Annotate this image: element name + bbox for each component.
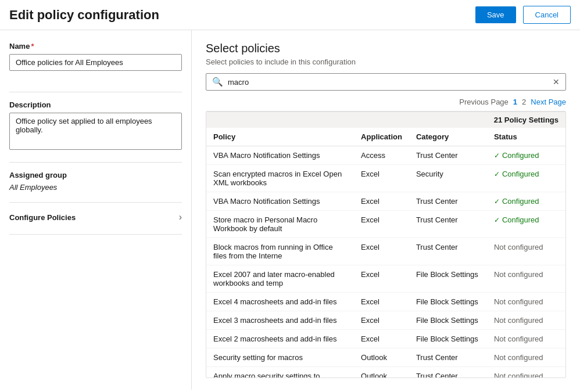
cell-application: Excel (354, 311, 409, 330)
cell-category: Trust Center (409, 238, 487, 265)
assigned-group-section: Assigned group All Employees (9, 171, 182, 192)
cell-application: Excel (354, 265, 409, 293)
policy-table: Policy Application Category Status VBA M… (206, 128, 565, 378)
status-badge: ✓ Configured (494, 170, 558, 178)
cell-application: Excel (354, 211, 409, 238)
cell-category: Trust Center (409, 211, 487, 238)
cell-status: Not configured (487, 330, 565, 348)
cell-policy: Store macro in Personal Macro Workbook b… (206, 211, 354, 238)
status-badge: Not configured (494, 316, 543, 325)
table-row[interactable]: VBA Macro Notification SettingsAccessTru… (206, 146, 565, 165)
status-badge: Not configured (494, 353, 543, 362)
assigned-group-value: All Employees (9, 183, 182, 192)
cell-status: Not configured (487, 238, 565, 265)
cell-policy: Excel 3 macrosheets and add-in files (206, 311, 354, 330)
table-header-row: Policy Application Category Status (206, 128, 565, 146)
status-badge: ✓ Configured (494, 151, 558, 160)
assigned-group-label: Assigned group (9, 171, 182, 179)
cell-policy: Excel 2007 and later macro-enabled workb… (206, 265, 354, 293)
status-badge: Not configured (494, 270, 543, 279)
cell-category: File Block Settings (409, 265, 487, 293)
table-row[interactable]: Excel 4 macrosheets and add-in filesExce… (206, 293, 565, 311)
table-row[interactable]: Store macro in Personal Macro Workbook b… (206, 211, 565, 238)
status-badge: Not configured (494, 243, 543, 251)
table-row[interactable]: Excel 2007 and later macro-enabled workb… (206, 265, 565, 293)
divider-4 (9, 234, 182, 235)
search-clear-icon[interactable]: ✕ (553, 77, 560, 87)
cell-status: Not configured (487, 348, 565, 367)
cell-application: Excel (354, 238, 409, 265)
cell-policy: Excel 4 macrosheets and add-in files (206, 293, 354, 311)
configure-policies-label: Configure Policies (9, 213, 76, 222)
cell-application: Excel (354, 192, 409, 211)
column-header-category: Category (409, 128, 487, 146)
table-row[interactable]: Excel 3 macrosheets and add-in filesExce… (206, 311, 565, 330)
status-badge: Not configured (494, 297, 543, 306)
cell-status: ✓ Configured (487, 146, 565, 165)
cell-status: Not configured (487, 293, 565, 311)
cell-policy: Security setting for macros (206, 348, 354, 367)
cell-status: ✓ Configured (487, 165, 565, 192)
policy-count-bar: 21 Policy Settings (206, 112, 565, 128)
cell-application: Excel (354, 293, 409, 311)
cell-policy: Excel 2 macrosheets and add-in files (206, 330, 354, 348)
name-section: Name* (9, 42, 182, 71)
name-required: * (31, 42, 34, 51)
table-row[interactable]: Block macros from running in Office file… (206, 238, 565, 265)
header: Edit policy configuration Save Cancel (0, 0, 580, 30)
right-panel: Select policies Select policies to inclu… (192, 30, 580, 390)
name-label: Name* (9, 42, 182, 51)
next-page-link[interactable]: Next Page (531, 98, 566, 106)
search-bar: 🔍 ✕ (206, 73, 566, 91)
cell-status: Not configured (487, 367, 565, 379)
page-2-link[interactable]: 2 (522, 98, 526, 106)
cell-application: Outlook (354, 367, 409, 379)
chevron-right-icon: › (179, 212, 182, 222)
cell-policy: Apply macro security settings to macros,… (206, 367, 354, 379)
checkmark-icon: ✓ (494, 197, 500, 206)
name-input[interactable] (9, 54, 182, 71)
description-label: Description (9, 100, 182, 109)
cell-category: Trust Center (409, 192, 487, 211)
configure-policies-row[interactable]: Configure Policies › (9, 211, 182, 224)
cell-policy: Block macros from running in Office file… (206, 238, 354, 265)
cell-category: File Block Settings (409, 293, 487, 311)
cell-application: Excel (354, 165, 409, 192)
cell-application: Access (354, 146, 409, 165)
divider-2 (9, 162, 182, 163)
table-row[interactable]: Excel 2 macrosheets and add-in filesExce… (206, 330, 565, 348)
cell-policy: Scan encrypted macros in Excel Open XML … (206, 165, 354, 192)
cell-status: ✓ Configured (487, 192, 565, 211)
column-header-policy: Policy (206, 128, 354, 146)
page-title: Edit policy configuration (9, 8, 468, 23)
divider-1 (9, 92, 182, 92)
search-icon: 🔍 (212, 77, 223, 87)
divider-3 (9, 202, 182, 203)
description-section: Description Office policy set applied to… (9, 100, 182, 152)
cell-policy: VBA Macro Notification Settings (206, 192, 354, 211)
cell-status: Not configured (487, 311, 565, 330)
cell-category: Trust Center (409, 348, 487, 367)
status-badge: ✓ Configured (494, 197, 558, 206)
previous-page-link[interactable]: Previous Page (459, 98, 509, 106)
pagination-row: Previous Page 1 2 Next Page (206, 98, 566, 106)
cell-category: Trust Center (409, 146, 487, 165)
cell-policy: VBA Macro Notification Settings (206, 146, 354, 165)
cell-application: Excel (354, 330, 409, 348)
checkmark-icon: ✓ (494, 152, 500, 160)
main-layout: Name* Description Office policy set appl… (0, 30, 580, 390)
table-row[interactable]: Scan encrypted macros in Excel Open XML … (206, 165, 565, 192)
table-row[interactable]: VBA Macro Notification SettingsExcelTrus… (206, 192, 565, 211)
search-input[interactable] (228, 78, 548, 87)
table-row[interactable]: Apply macro security settings to macros,… (206, 367, 565, 379)
cancel-button[interactable]: Cancel (523, 6, 571, 24)
checkmark-icon: ✓ (494, 170, 500, 178)
save-button[interactable]: Save (475, 6, 516, 23)
cell-status: Not configured (487, 265, 565, 293)
status-badge: Not configured (494, 372, 543, 378)
table-row[interactable]: Security setting for macrosOutlookTrust … (206, 348, 565, 367)
description-input[interactable]: Office policy set applied to all employe… (9, 113, 182, 150)
select-policies-title: Select policies (206, 42, 566, 55)
page-1-link[interactable]: 1 (513, 98, 517, 106)
column-header-status: Status (487, 128, 565, 146)
